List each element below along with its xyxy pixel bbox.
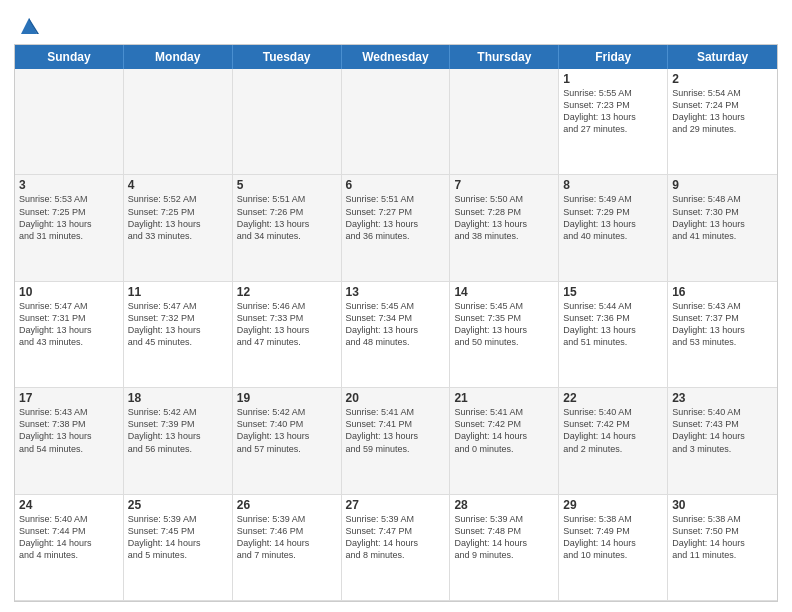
day-number: 8 [563, 178, 663, 192]
day-number: 29 [563, 498, 663, 512]
calendar-cell: 1Sunrise: 5:55 AM Sunset: 7:23 PM Daylig… [559, 69, 668, 175]
calendar-cell: 24Sunrise: 5:40 AM Sunset: 7:44 PM Dayli… [15, 495, 124, 601]
day-number: 10 [19, 285, 119, 299]
day-number: 1 [563, 72, 663, 86]
day-info: Sunrise: 5:38 AM Sunset: 7:50 PM Dayligh… [672, 513, 773, 562]
day-info: Sunrise: 5:44 AM Sunset: 7:36 PM Dayligh… [563, 300, 663, 349]
day-info: Sunrise: 5:39 AM Sunset: 7:47 PM Dayligh… [346, 513, 446, 562]
weekday-header: Sunday [15, 45, 124, 69]
calendar-cell: 17Sunrise: 5:43 AM Sunset: 7:38 PM Dayli… [15, 388, 124, 494]
day-number: 16 [672, 285, 773, 299]
day-number: 23 [672, 391, 773, 405]
day-number: 7 [454, 178, 554, 192]
calendar-cell [15, 69, 124, 175]
calendar-cell: 2Sunrise: 5:54 AM Sunset: 7:24 PM Daylig… [668, 69, 777, 175]
calendar-grid: 1Sunrise: 5:55 AM Sunset: 7:23 PM Daylig… [15, 69, 777, 601]
calendar-cell: 4Sunrise: 5:52 AM Sunset: 7:25 PM Daylig… [124, 175, 233, 281]
logo [14, 14, 41, 38]
day-info: Sunrise: 5:50 AM Sunset: 7:28 PM Dayligh… [454, 193, 554, 242]
calendar-cell: 10Sunrise: 5:47 AM Sunset: 7:31 PM Dayli… [15, 282, 124, 388]
day-number: 12 [237, 285, 337, 299]
svg-marker-0 [21, 18, 37, 34]
day-number: 9 [672, 178, 773, 192]
day-info: Sunrise: 5:51 AM Sunset: 7:26 PM Dayligh… [237, 193, 337, 242]
weekday-header: Monday [124, 45, 233, 69]
day-info: Sunrise: 5:51 AM Sunset: 7:27 PM Dayligh… [346, 193, 446, 242]
calendar-cell: 11Sunrise: 5:47 AM Sunset: 7:32 PM Dayli… [124, 282, 233, 388]
calendar-cell: 23Sunrise: 5:40 AM Sunset: 7:43 PM Dayli… [668, 388, 777, 494]
day-number: 6 [346, 178, 446, 192]
weekday-header: Saturday [668, 45, 777, 69]
calendar: SundayMondayTuesdayWednesdayThursdayFrid… [14, 44, 778, 602]
day-info: Sunrise: 5:42 AM Sunset: 7:40 PM Dayligh… [237, 406, 337, 455]
day-info: Sunrise: 5:41 AM Sunset: 7:42 PM Dayligh… [454, 406, 554, 455]
calendar-cell: 14Sunrise: 5:45 AM Sunset: 7:35 PM Dayli… [450, 282, 559, 388]
weekday-header: Thursday [450, 45, 559, 69]
calendar-cell: 27Sunrise: 5:39 AM Sunset: 7:47 PM Dayli… [342, 495, 451, 601]
calendar-cell: 28Sunrise: 5:39 AM Sunset: 7:48 PM Dayli… [450, 495, 559, 601]
calendar-cell: 12Sunrise: 5:46 AM Sunset: 7:33 PM Dayli… [233, 282, 342, 388]
day-number: 21 [454, 391, 554, 405]
day-info: Sunrise: 5:55 AM Sunset: 7:23 PM Dayligh… [563, 87, 663, 136]
day-info: Sunrise: 5:53 AM Sunset: 7:25 PM Dayligh… [19, 193, 119, 242]
logo-icon [17, 14, 41, 38]
day-info: Sunrise: 5:47 AM Sunset: 7:31 PM Dayligh… [19, 300, 119, 349]
day-info: Sunrise: 5:46 AM Sunset: 7:33 PM Dayligh… [237, 300, 337, 349]
calendar-cell: 5Sunrise: 5:51 AM Sunset: 7:26 PM Daylig… [233, 175, 342, 281]
day-info: Sunrise: 5:39 AM Sunset: 7:46 PM Dayligh… [237, 513, 337, 562]
day-info: Sunrise: 5:47 AM Sunset: 7:32 PM Dayligh… [128, 300, 228, 349]
day-info: Sunrise: 5:40 AM Sunset: 7:44 PM Dayligh… [19, 513, 119, 562]
weekday-header: Friday [559, 45, 668, 69]
day-info: Sunrise: 5:39 AM Sunset: 7:48 PM Dayligh… [454, 513, 554, 562]
day-info: Sunrise: 5:38 AM Sunset: 7:49 PM Dayligh… [563, 513, 663, 562]
calendar-cell: 3Sunrise: 5:53 AM Sunset: 7:25 PM Daylig… [15, 175, 124, 281]
day-info: Sunrise: 5:54 AM Sunset: 7:24 PM Dayligh… [672, 87, 773, 136]
day-number: 3 [19, 178, 119, 192]
day-number: 2 [672, 72, 773, 86]
day-info: Sunrise: 5:52 AM Sunset: 7:25 PM Dayligh… [128, 193, 228, 242]
day-number: 19 [237, 391, 337, 405]
day-info: Sunrise: 5:45 AM Sunset: 7:34 PM Dayligh… [346, 300, 446, 349]
day-info: Sunrise: 5:48 AM Sunset: 7:30 PM Dayligh… [672, 193, 773, 242]
calendar-cell: 7Sunrise: 5:50 AM Sunset: 7:28 PM Daylig… [450, 175, 559, 281]
page: SundayMondayTuesdayWednesdayThursdayFrid… [0, 0, 792, 612]
calendar-cell: 9Sunrise: 5:48 AM Sunset: 7:30 PM Daylig… [668, 175, 777, 281]
calendar-header: SundayMondayTuesdayWednesdayThursdayFrid… [15, 45, 777, 69]
calendar-cell: 20Sunrise: 5:41 AM Sunset: 7:41 PM Dayli… [342, 388, 451, 494]
day-number: 26 [237, 498, 337, 512]
day-number: 17 [19, 391, 119, 405]
calendar-cell [124, 69, 233, 175]
calendar-cell: 30Sunrise: 5:38 AM Sunset: 7:50 PM Dayli… [668, 495, 777, 601]
weekday-header: Tuesday [233, 45, 342, 69]
day-number: 5 [237, 178, 337, 192]
calendar-cell: 16Sunrise: 5:43 AM Sunset: 7:37 PM Dayli… [668, 282, 777, 388]
day-info: Sunrise: 5:49 AM Sunset: 7:29 PM Dayligh… [563, 193, 663, 242]
day-number: 14 [454, 285, 554, 299]
calendar-cell [342, 69, 451, 175]
calendar-cell: 13Sunrise: 5:45 AM Sunset: 7:34 PM Dayli… [342, 282, 451, 388]
day-info: Sunrise: 5:43 AM Sunset: 7:37 PM Dayligh… [672, 300, 773, 349]
calendar-cell: 22Sunrise: 5:40 AM Sunset: 7:42 PM Dayli… [559, 388, 668, 494]
day-info: Sunrise: 5:42 AM Sunset: 7:39 PM Dayligh… [128, 406, 228, 455]
day-info: Sunrise: 5:45 AM Sunset: 7:35 PM Dayligh… [454, 300, 554, 349]
day-info: Sunrise: 5:40 AM Sunset: 7:42 PM Dayligh… [563, 406, 663, 455]
day-info: Sunrise: 5:39 AM Sunset: 7:45 PM Dayligh… [128, 513, 228, 562]
calendar-cell: 25Sunrise: 5:39 AM Sunset: 7:45 PM Dayli… [124, 495, 233, 601]
day-number: 27 [346, 498, 446, 512]
day-number: 20 [346, 391, 446, 405]
calendar-cell [450, 69, 559, 175]
calendar-cell: 6Sunrise: 5:51 AM Sunset: 7:27 PM Daylig… [342, 175, 451, 281]
day-number: 24 [19, 498, 119, 512]
calendar-cell: 21Sunrise: 5:41 AM Sunset: 7:42 PM Dayli… [450, 388, 559, 494]
day-info: Sunrise: 5:41 AM Sunset: 7:41 PM Dayligh… [346, 406, 446, 455]
calendar-cell: 8Sunrise: 5:49 AM Sunset: 7:29 PM Daylig… [559, 175, 668, 281]
day-info: Sunrise: 5:40 AM Sunset: 7:43 PM Dayligh… [672, 406, 773, 455]
day-number: 11 [128, 285, 228, 299]
calendar-cell: 18Sunrise: 5:42 AM Sunset: 7:39 PM Dayli… [124, 388, 233, 494]
day-number: 22 [563, 391, 663, 405]
day-number: 18 [128, 391, 228, 405]
calendar-cell: 29Sunrise: 5:38 AM Sunset: 7:49 PM Dayli… [559, 495, 668, 601]
day-number: 28 [454, 498, 554, 512]
day-number: 30 [672, 498, 773, 512]
calendar-cell: 15Sunrise: 5:44 AM Sunset: 7:36 PM Dayli… [559, 282, 668, 388]
